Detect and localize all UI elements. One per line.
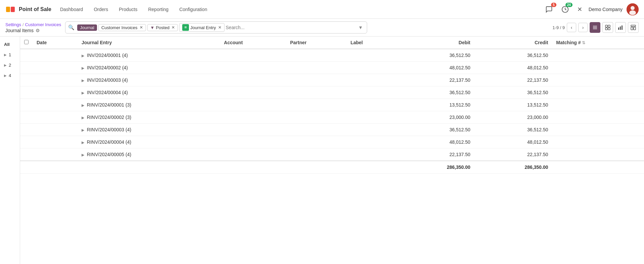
row-expander-icon[interactable]: ▶ <box>82 91 84 95</box>
nav-configuration[interactable]: Configuration <box>175 4 212 15</box>
row-expander-icon[interactable]: ▶ <box>82 128 84 132</box>
row-journal-entry[interactable]: ▶ RINV/2024/00005 (4) <box>78 148 220 161</box>
row-debit: 48,012.50 <box>397 136 475 148</box>
chart-view-button[interactable] <box>615 22 626 33</box>
gear-icon[interactable]: ⚙ <box>36 28 40 33</box>
journal-entry-value: INV/2024/00004 (4) <box>87 90 128 95</box>
search-input[interactable] <box>226 25 356 30</box>
row-expander-icon[interactable]: ▶ <box>82 153 84 157</box>
group-all-header[interactable]: All <box>0 39 20 50</box>
row-checkbox <box>20 86 33 99</box>
journal-entry-value: RINV/2024/00004 (4) <box>87 139 131 145</box>
row-account <box>220 148 286 161</box>
group-chevron-4: ▶ <box>4 74 7 77</box>
header-date[interactable]: Date <box>33 37 78 49</box>
messages-button[interactable]: 5 <box>543 3 555 15</box>
customer-invoices-tag[interactable]: Customer Invoices ✕ <box>98 24 146 31</box>
row-expander-icon[interactable]: ▶ <box>82 78 84 82</box>
header-account[interactable]: Account <box>220 37 286 49</box>
row-credit: 22,137.50 <box>475 74 552 86</box>
row-journal-entry[interactable]: ▶ INV/2024/00001 (4) <box>78 49 220 62</box>
messages-badge: 5 <box>551 3 556 7</box>
total-empty-7 <box>552 161 644 174</box>
row-matching <box>552 99 644 111</box>
row-journal-entry[interactable]: ▶ INV/2024/00004 (4) <box>78 86 220 99</box>
pivot-view-button[interactable] <box>628 22 639 33</box>
table-row[interactable]: ▶ RINV/2024/00005 (4) 22,137.50 22,137.5… <box>20 148 644 161</box>
table-row[interactable]: ▶ RINV/2024/00003 (4) 36,512.50 36,512.5… <box>20 124 644 136</box>
pagination-prev-button[interactable]: ‹ <box>567 23 576 32</box>
kanban-view-button[interactable] <box>602 22 613 33</box>
avatar-image <box>627 3 639 15</box>
header-label[interactable]: Label <box>346 37 396 49</box>
list-view-button[interactable] <box>590 22 600 33</box>
row-expander-icon[interactable]: ▶ <box>82 116 84 120</box>
row-journal-entry[interactable]: ▶ INV/2024/00002 (4) <box>78 62 220 74</box>
journal-items-table: Date Journal Entry Account Partner Label… <box>20 37 644 174</box>
table-row[interactable]: ▶ INV/2024/00004 (4) 36,512.50 36,512.50 <box>20 86 644 99</box>
app-logo[interactable]: Point of Sale <box>5 4 51 15</box>
nav-dashboard[interactable]: Dashboard <box>55 4 88 15</box>
total-empty-3 <box>78 161 220 174</box>
header-credit[interactable]: Credit <box>475 37 552 49</box>
row-expander-icon[interactable]: ▶ <box>82 140 84 144</box>
row-expander-icon[interactable]: ▶ <box>82 103 84 107</box>
row-journal-entry[interactable]: ▶ RINV/2024/00002 (3) <box>78 111 220 124</box>
posted-tag[interactable]: ▼ Posted ✕ <box>147 24 178 31</box>
row-debit: 36,512.50 <box>397 124 475 136</box>
group-item-1[interactable]: ▶ 1 <box>0 50 20 60</box>
close-button[interactable]: ✕ <box>575 5 585 14</box>
row-date <box>33 49 78 62</box>
customer-invoices-close-icon[interactable]: ✕ <box>140 25 143 30</box>
header-matching[interactable]: Matching # ⇅ <box>552 37 644 49</box>
table-row[interactable]: ▶ INV/2024/00002 (4) 48,012.50 48,012.50 <box>20 62 644 74</box>
select-all-checkbox[interactable] <box>24 40 29 44</box>
row-journal-entry[interactable]: ▶ RINV/2024/00001 (3) <box>78 99 220 111</box>
row-journal-entry[interactable]: ▶ INV/2024/00003 (4) <box>78 74 220 86</box>
header-partner[interactable]: Partner <box>286 37 346 49</box>
row-checkbox <box>20 62 33 74</box>
svg-rect-21 <box>634 27 636 30</box>
row-checkbox <box>20 111 33 124</box>
row-account <box>220 124 286 136</box>
journal-entry-close-icon[interactable]: ✕ <box>218 25 221 30</box>
total-credit: 286,350.00 <box>475 161 552 174</box>
row-debit: 23,000.00 <box>397 111 475 124</box>
group-item-2[interactable]: ▶ 2 <box>0 60 20 70</box>
header-journal-entry[interactable]: Journal Entry <box>78 37 220 49</box>
user-avatar[interactable] <box>627 3 639 15</box>
total-debit: 286,350.00 <box>397 161 475 174</box>
nav-reporting[interactable]: Reporting <box>143 4 173 15</box>
row-matching <box>552 49 644 62</box>
posted-close-icon[interactable]: ✕ <box>171 25 175 30</box>
search-icon: 🔍 <box>68 24 75 30</box>
row-partner <box>286 124 346 136</box>
nav-products[interactable]: Products <box>114 4 142 15</box>
row-journal-entry[interactable]: ▶ RINV/2024/00004 (4) <box>78 136 220 148</box>
breadcrumb-customer-invoices[interactable]: Customer Invoices <box>25 22 61 27</box>
column-settings-icon[interactable]: ⇅ <box>582 41 585 45</box>
table-row[interactable]: ▶ INV/2024/00001 (4) 36,512.50 36,512.50 <box>20 49 644 62</box>
table-row[interactable]: ▶ RINV/2024/00002 (3) 23,000.00 23,000.0… <box>20 111 644 124</box>
table-row[interactable]: ▶ RINV/2024/00004 (4) 48,012.50 48,012.5… <box>20 136 644 148</box>
svg-point-5 <box>629 10 636 15</box>
breadcrumb-settings[interactable]: Settings <box>5 22 21 27</box>
nav-orders[interactable]: Orders <box>89 4 113 15</box>
row-date <box>33 99 78 111</box>
journal-entry-tag[interactable]: Journal Entry ✕ <box>179 23 225 32</box>
group-item-4[interactable]: ▶ 4 <box>0 70 20 81</box>
journal-filter-tag[interactable]: Journal <box>77 24 97 31</box>
table-row[interactable]: ▶ INV/2024/00003 (4) 22,137.50 22,137.50 <box>20 74 644 86</box>
pagination-next-button[interactable]: › <box>578 23 588 32</box>
row-expander-icon[interactable]: ▶ <box>82 66 84 70</box>
table-row[interactable]: ▶ RINV/2024/00001 (3) 13,512.50 13,512.5… <box>20 99 644 111</box>
svg-rect-12 <box>605 25 607 27</box>
row-expander-icon[interactable]: ▶ <box>82 54 84 58</box>
activity-button[interactable]: 24 <box>559 3 571 15</box>
header-debit[interactable]: Debit <box>397 37 475 49</box>
top-navigation: Point of Sale Dashboard Orders Products … <box>0 0 644 19</box>
row-journal-entry[interactable]: ▶ RINV/2024/00003 (4) <box>78 124 220 136</box>
search-dropdown-button[interactable]: ▼ <box>357 24 364 31</box>
row-date <box>33 74 78 86</box>
row-label <box>346 62 396 74</box>
